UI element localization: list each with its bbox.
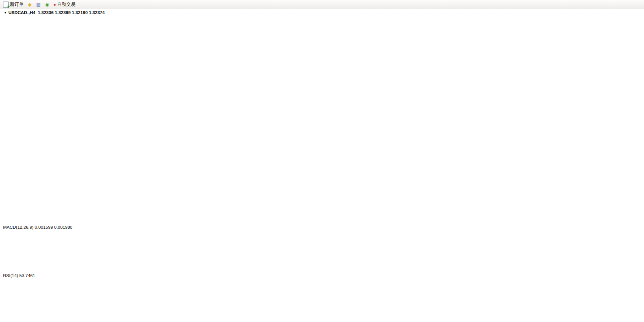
autotrade-button-label: 自动交易: [57, 1, 75, 8]
navigator-icon: ◉: [45, 2, 49, 7]
profiles-icon-icon: ◆: [28, 2, 31, 7]
symbol-period-label: USDCAD-,H4: [8, 10, 35, 15]
new-order-button[interactable]: 新订单: [2, 1, 25, 8]
autotrade-button[interactable]: ●自动交易: [52, 1, 77, 8]
chart-canvas: [0, 0, 644, 322]
new-order-icon: [3, 2, 9, 8]
profiles-icon-button[interactable]: ◆: [26, 1, 34, 8]
ohlc-values: 1.32336 1.32399 1.32190 1.32374: [38, 10, 105, 15]
trading-terminal: 新订单◆▥◉●自动交易 ▼USDCAD-,H4 1.32336 1.32399 …: [0, 0, 644, 322]
market-watch-icon: ▥: [36, 2, 40, 7]
new-order-button-label: 新订单: [10, 1, 24, 8]
chart-collapse-icon[interactable]: ▼: [4, 11, 7, 14]
chart-title: ▼USDCAD-,H4 1.32336 1.32399 1.32190 1.32…: [4, 10, 105, 15]
navigator-button[interactable]: ◉: [43, 1, 51, 8]
rsi-indicator-label: RSI(14) 53.7461: [3, 273, 35, 278]
market-watch-button[interactable]: ▥: [34, 1, 43, 8]
macd-indicator-label: MACD(12,26,9) 0.001599 0.001980: [3, 225, 72, 230]
autotrade-icon: ●: [53, 2, 56, 7]
toolbar: 新订单◆▥◉●自动交易: [0, 0, 644, 9]
